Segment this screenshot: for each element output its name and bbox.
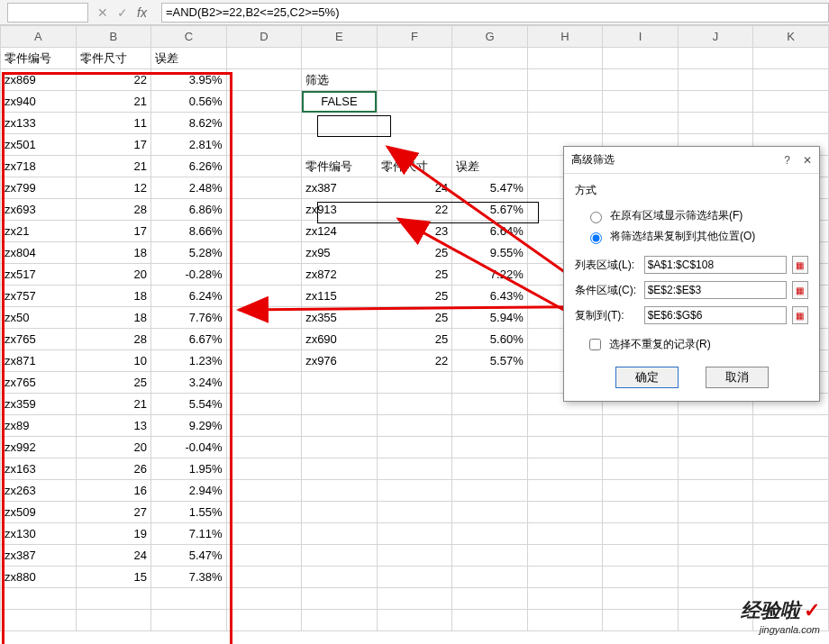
cell[interactable] [226,91,302,113]
cell[interactable] [603,610,679,631]
cell[interactable]: 25 [377,264,452,286]
col-header[interactable]: D [226,26,302,48]
cell[interactable]: 5.28% [151,242,227,264]
cell[interactable]: zx799 [1,177,77,199]
cell[interactable]: 零件编号 [302,156,378,177]
cell[interactable]: zx872 [302,264,378,286]
cell[interactable]: zx765 [1,372,77,394]
cell[interactable]: 13 [76,415,151,437]
cell[interactable]: 2.94% [151,480,227,502]
col-header[interactable]: C [151,26,227,48]
cell[interactable] [377,480,452,502]
cell[interactable] [753,91,829,113]
cell[interactable]: 21 [76,394,151,415]
cell[interactable] [377,69,452,91]
cell[interactable] [226,437,302,458]
cell[interactable] [678,502,753,523]
cell[interactable] [452,502,528,523]
cell[interactable] [603,415,679,437]
dialog-help-icon[interactable]: ? [784,154,790,167]
cell[interactable]: 20 [76,264,151,286]
cell[interactable] [302,48,378,69]
cell[interactable]: zx163 [1,458,77,480]
cell[interactable] [377,523,452,545]
cell[interactable] [603,69,679,91]
cell[interactable] [527,113,603,134]
cell[interactable] [377,545,452,567]
cell[interactable]: 零件尺寸 [377,156,452,177]
cell[interactable]: 22 [377,350,452,372]
cell[interactable]: 17 [76,221,151,242]
cell[interactable] [226,264,302,286]
cell[interactable]: zx765 [1,329,77,350]
cell[interactable]: 28 [76,199,151,221]
cell[interactable] [302,567,378,588]
cell[interactable]: 17 [76,134,151,156]
cell[interactable] [377,437,452,458]
cell[interactable]: 7.11% [151,523,227,545]
cell[interactable] [76,588,151,610]
cell[interactable] [753,113,829,134]
cell[interactable]: 12 [76,177,151,199]
cell[interactable]: 22 [76,69,151,91]
cell[interactable]: 11 [76,113,151,134]
cell[interactable] [452,134,528,156]
cell[interactable] [302,394,378,415]
cell[interactable]: FALSE [302,91,378,113]
cell[interactable]: 24 [76,545,151,567]
cell[interactable] [226,372,302,394]
cell[interactable]: 21 [76,156,151,177]
cell[interactable] [527,91,603,113]
cell[interactable] [452,480,528,502]
cell[interactable]: 1.55% [151,502,227,523]
cell[interactable] [226,458,302,480]
cell[interactable]: 误差 [151,48,227,69]
col-header[interactable]: G [452,26,528,48]
cell[interactable] [452,545,528,567]
cell[interactable] [527,567,603,588]
cell[interactable]: 0.56% [151,91,227,113]
cell[interactable] [753,48,829,69]
cell[interactable]: 28 [76,329,151,350]
cell[interactable] [226,48,302,69]
cell[interactable] [603,545,679,567]
cell[interactable] [603,113,679,134]
name-box[interactable] [7,3,88,23]
cell[interactable] [678,523,753,545]
cell[interactable] [226,545,302,567]
cell[interactable] [527,480,603,502]
cell[interactable] [226,567,302,588]
col-header[interactable]: K [753,26,829,48]
cell[interactable] [302,545,378,567]
cell[interactable]: 8.66% [151,221,227,242]
cell[interactable] [603,48,679,69]
col-header[interactable]: H [527,26,603,48]
cell[interactable] [452,91,528,113]
cell[interactable] [226,134,302,156]
cell[interactable] [753,567,829,588]
cell[interactable]: 19 [76,523,151,545]
cell[interactable] [678,48,753,69]
cell[interactable] [226,307,302,329]
cell[interactable] [753,502,829,523]
cell[interactable]: 5.54% [151,394,227,415]
cell[interactable]: 23 [377,221,452,242]
cell[interactable]: zx976 [302,350,378,372]
cell[interactable] [452,415,528,437]
cell[interactable]: 25 [377,329,452,350]
cell[interactable] [302,588,378,610]
cell[interactable] [452,458,528,480]
cell[interactable]: 1.23% [151,350,227,372]
cell[interactable]: 25 [76,372,151,394]
cell[interactable]: 5.94% [452,307,528,329]
cell[interactable] [226,329,302,350]
cell[interactable]: 15 [76,567,151,588]
cell[interactable]: 8.62% [151,113,227,134]
cell[interactable] [527,545,603,567]
cell[interactable] [377,502,452,523]
criteria-range-input[interactable] [644,281,787,299]
cell[interactable] [527,502,603,523]
cell[interactable] [452,394,528,415]
cell[interactable] [377,588,452,610]
cell[interactable] [452,69,528,91]
